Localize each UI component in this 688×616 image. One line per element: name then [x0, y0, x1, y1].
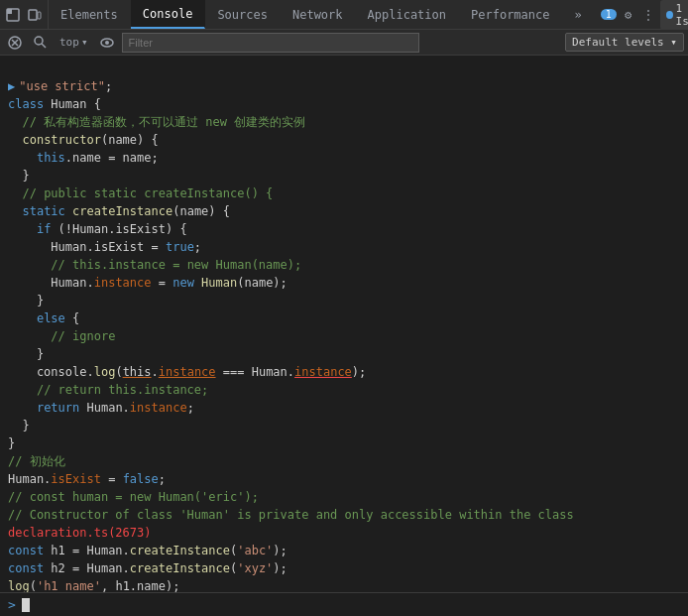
clear-button[interactable] — [4, 34, 26, 52]
svg-point-7 — [35, 37, 43, 45]
device-icon[interactable] — [26, 6, 44, 24]
svg-rect-1 — [7, 9, 12, 14]
tab-console[interactable]: Console — [131, 0, 206, 29]
tab-more[interactable]: » — [563, 0, 595, 29]
filter-toggle-button[interactable] — [30, 34, 52, 52]
chevron-down-icon: ▾ — [81, 36, 88, 49]
tab-sources[interactable]: Sources — [205, 0, 281, 29]
input-prompt: > — [8, 597, 16, 612]
devtools-icons — [0, 0, 49, 29]
inspect-icon[interactable] — [4, 6, 22, 24]
main-tabs: Elements Console Sources Network Applica… — [49, 0, 595, 29]
tab-right-controls: 1 ⚙ ⋮ 1 Issue: 1 — [595, 0, 688, 30]
filter-input[interactable] — [122, 33, 419, 53]
top-selector[interactable]: top ▾ — [56, 34, 92, 51]
tab-network[interactable]: Network — [281, 0, 356, 29]
input-cursor — [22, 598, 30, 612]
issue-badge[interactable]: 1 Issue: 1 — [660, 0, 688, 30]
console-output: ▶"use strict"; class Human { // 私有构造器函数，… — [0, 56, 688, 592]
default-levels-dropdown[interactable]: Default levels ▾ — [565, 33, 684, 52]
eye-button[interactable] — [96, 35, 118, 51]
svg-point-10 — [105, 41, 109, 45]
code-block: ▶"use strict"; class Human { // 私有构造器函数，… — [0, 56, 688, 592]
console-input-line[interactable]: > — [0, 592, 688, 616]
settings-icon[interactable]: ⚙ — [621, 6, 636, 24]
expand-arrow[interactable]: ▶ — [8, 79, 15, 93]
tab-performance[interactable]: Performance — [459, 0, 562, 29]
tab-bar: Elements Console Sources Network Applica… — [0, 0, 688, 30]
issue-dot — [666, 11, 673, 19]
console-toolbar: top ▾ Default levels ▾ — [0, 30, 688, 56]
tab-elements[interactable]: Elements — [49, 0, 131, 29]
svg-rect-2 — [29, 10, 37, 20]
more-options-icon[interactable]: ⋮ — [640, 6, 656, 24]
issue-count: 1 Issue: — [676, 2, 688, 28]
svg-line-8 — [42, 44, 46, 48]
tab-application[interactable]: Application — [356, 0, 459, 29]
notification-badge: 1 — [601, 9, 617, 20]
svg-rect-3 — [38, 12, 41, 19]
